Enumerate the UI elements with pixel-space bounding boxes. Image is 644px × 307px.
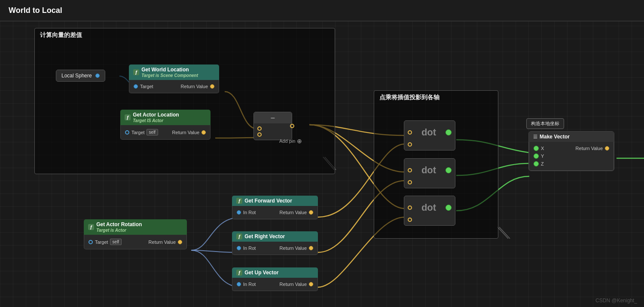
guv-return-label: Return Value bbox=[280, 282, 307, 287]
mv-return-label: Return Value bbox=[576, 146, 603, 151]
dot1-label: dot bbox=[421, 124, 436, 141]
gar-target-label: Target bbox=[95, 239, 108, 245]
local-sphere-node[interactable]: Local Sphere bbox=[56, 70, 105, 82]
gar-return-label: Return Value bbox=[149, 239, 176, 245]
make-vector-node[interactable]: ☰ Make Vector X Return Value Y bbox=[528, 131, 614, 171]
dot2-label: dot bbox=[421, 162, 436, 178]
subtract-symbol: – bbox=[254, 112, 292, 123]
get-actor-location-node[interactable]: ƒ Get Actor Location Target IS Actor Tar… bbox=[120, 110, 211, 140]
construct-label: 构造本地坐标 bbox=[526, 118, 564, 129]
gwl-target-label: Target bbox=[140, 84, 153, 89]
gwl-return-label: Return Value bbox=[181, 84, 208, 89]
get-actor-location-subtitle: Target IS Actor bbox=[133, 118, 179, 123]
local-sphere-label: Local Sphere bbox=[61, 73, 92, 79]
get-forward-vector-header: ƒ Get Forward Vector bbox=[232, 196, 318, 206]
guv-inrot-label: In Rot bbox=[243, 282, 256, 287]
get-right-vector-title: Get Right Vector bbox=[244, 233, 285, 239]
make-vector-title: Make Vector bbox=[540, 134, 570, 140]
subtract-node[interactable]: – bbox=[253, 112, 292, 140]
construct-label-text: 构造本地坐标 bbox=[531, 121, 559, 126]
mv-x-label: X bbox=[541, 146, 544, 151]
get-forward-vector-node[interactable]: ƒ Get Forward Vector In Rot Return Value bbox=[232, 196, 318, 219]
get-world-location-subtitle: Target is Scene Component bbox=[141, 73, 198, 78]
get-up-vector-title: Get Up Vector bbox=[244, 270, 278, 276]
grv-return-label: Return Value bbox=[280, 246, 307, 251]
dot3-label: dot bbox=[421, 200, 436, 216]
get-actor-location-title: Get Actor Location bbox=[133, 112, 179, 118]
get-up-vector-header: ƒ Get Up Vector bbox=[232, 267, 318, 278]
svg-line-3 bbox=[499, 227, 510, 239]
add-pin-icon[interactable]: ⊕ bbox=[297, 138, 302, 144]
make-vector-icon: ☰ bbox=[533, 134, 537, 140]
add-pin-area[interactable]: Add pin ⊕ bbox=[279, 138, 302, 144]
watermark-text: CSDN @Kenight_ bbox=[595, 298, 637, 304]
get-right-vector-node[interactable]: ƒ Get Right Vector In Rot Return Value bbox=[232, 231, 318, 255]
get-world-location-node[interactable]: ƒ Get World Location Target is Scene Com… bbox=[129, 64, 219, 93]
get-right-vector-header: ƒ Get Right Vector bbox=[232, 231, 318, 242]
local-sphere-pin bbox=[95, 74, 100, 78]
make-vector-header: ☰ Make Vector bbox=[529, 132, 614, 142]
svg-line-2 bbox=[497, 227, 508, 239]
comment-text-2: 点乘将插值投影到各轴 bbox=[379, 94, 440, 101]
watermark: CSDN @Kenight_ bbox=[595, 298, 637, 304]
comment-box-1: 计算向量的差值 bbox=[34, 28, 335, 174]
add-pin-label: Add pin bbox=[279, 138, 295, 144]
gal-self-box: self bbox=[147, 129, 159, 135]
gal-return-label: Return Value bbox=[172, 130, 199, 135]
get-forward-vector-title: Get Forward Vector bbox=[244, 198, 292, 204]
mv-z-label: Z bbox=[541, 161, 544, 166]
grv-inrot-label: In Rot bbox=[243, 246, 256, 251]
get-actor-rotation-header: ƒ Get Actor Rotation Target is Actor bbox=[84, 219, 187, 235]
comment-text-1: 计算向量的差值 bbox=[40, 31, 82, 38]
get-world-location-header: ƒ Get World Location Target is Scene Com… bbox=[129, 64, 219, 80]
get-actor-rotation-subtitle: Target is Actor bbox=[96, 228, 142, 233]
dot-node-3[interactable]: dot bbox=[404, 196, 455, 226]
gal-target-label: Target bbox=[131, 130, 145, 135]
title-text: World to Local bbox=[9, 6, 62, 15]
get-world-location-title: Get World Location bbox=[141, 67, 198, 73]
gar-self-box: self bbox=[110, 239, 122, 245]
get-actor-location-header: ƒ Get Actor Location Target IS Actor bbox=[120, 110, 211, 125]
dot-node-2[interactable]: dot bbox=[404, 158, 455, 188]
dot-node-1[interactable]: dot bbox=[404, 120, 455, 150]
mv-y-label: Y bbox=[541, 154, 544, 159]
gfv-inrot-label: In Rot bbox=[243, 210, 256, 215]
gfv-return-label: Return Value bbox=[280, 210, 307, 215]
title-bar: World to Local bbox=[0, 0, 644, 21]
get-actor-rotation-title: Get Actor Rotation bbox=[96, 221, 142, 227]
get-actor-rotation-node[interactable]: ƒ Get Actor Rotation Target is Actor Tar… bbox=[84, 219, 187, 249]
get-up-vector-node[interactable]: ƒ Get Up Vector In Rot Return Value bbox=[232, 267, 318, 291]
